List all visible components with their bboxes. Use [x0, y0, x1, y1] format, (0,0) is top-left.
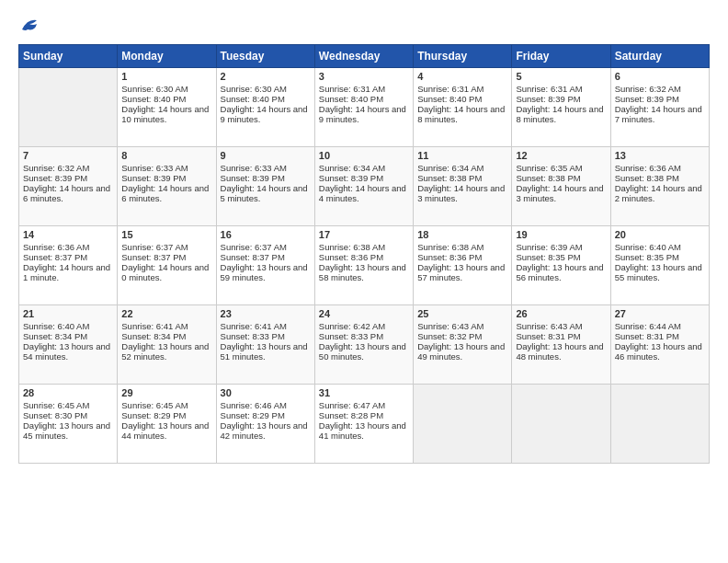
sunset-text: Sunset: 8:33 PM: [319, 331, 409, 341]
daylight-text: Daylight: 14 hours and 0 minutes.: [121, 262, 211, 282]
day-number: 2: [221, 71, 311, 82]
day-header-thursday: Thursday: [414, 45, 512, 68]
sunrise-text: Sunrise: 6:34 AM: [417, 163, 507, 173]
calendar-cell: 12Sunrise: 6:35 AMSunset: 8:38 PMDayligh…: [512, 147, 610, 226]
sunrise-text: Sunrise: 6:41 AM: [121, 321, 211, 331]
sunrise-text: Sunrise: 6:47 AM: [319, 400, 409, 410]
sunset-text: Sunset: 8:32 PM: [417, 331, 507, 341]
day-number: 19: [516, 229, 606, 240]
day-number: 13: [615, 150, 705, 161]
day-number: 14: [23, 229, 113, 240]
sunset-text: Sunset: 8:30 PM: [23, 410, 113, 420]
calendar-cell: 10Sunrise: 6:34 AMSunset: 8:39 PMDayligh…: [314, 147, 413, 226]
sunset-text: Sunset: 8:37 PM: [23, 252, 113, 262]
calendar-cell: 19Sunrise: 6:39 AMSunset: 8:35 PMDayligh…: [512, 226, 610, 305]
calendar-week-row: 28Sunrise: 6:45 AMSunset: 8:30 PMDayligh…: [19, 385, 710, 464]
day-number: 1: [121, 71, 211, 82]
day-number: 29: [121, 387, 211, 398]
sunset-text: Sunset: 8:34 PM: [121, 331, 211, 341]
daylight-text: Daylight: 13 hours and 42 minutes.: [221, 420, 311, 441]
calendar-cell: 6Sunrise: 6:32 AMSunset: 8:39 PMDaylight…: [610, 68, 709, 147]
calendar-cell: 11Sunrise: 6:34 AMSunset: 8:38 PMDayligh…: [414, 147, 512, 226]
daylight-text: Daylight: 13 hours and 46 minutes.: [615, 341, 705, 362]
day-number: 22: [121, 308, 211, 319]
sunset-text: Sunset: 8:38 PM: [615, 173, 705, 183]
calendar-header-row: SundayMondayTuesdayWednesdayThursdayFrid…: [19, 45, 710, 68]
daylight-text: Daylight: 14 hours and 9 minutes.: [319, 104, 409, 124]
daylight-text: Daylight: 14 hours and 7 minutes.: [615, 104, 705, 124]
sunset-text: Sunset: 8:36 PM: [319, 252, 409, 262]
logo-bird-icon: [20, 17, 40, 37]
calendar-cell: 29Sunrise: 6:45 AMSunset: 8:29 PMDayligh…: [118, 385, 216, 464]
calendar-cell: 23Sunrise: 6:41 AMSunset: 8:33 PMDayligh…: [216, 305, 314, 385]
daylight-text: Daylight: 14 hours and 3 minutes.: [417, 183, 507, 203]
calendar-cell: 13Sunrise: 6:36 AMSunset: 8:38 PMDayligh…: [610, 147, 709, 226]
calendar-cell: [610, 385, 709, 464]
day-number: 8: [121, 150, 211, 161]
daylight-text: Daylight: 13 hours and 41 minutes.: [319, 420, 409, 441]
sunset-text: Sunset: 8:39 PM: [516, 94, 606, 104]
calendar-cell: 28Sunrise: 6:45 AMSunset: 8:30 PMDayligh…: [19, 385, 118, 464]
calendar-cell: 30Sunrise: 6:46 AMSunset: 8:29 PMDayligh…: [216, 385, 314, 464]
daylight-text: Daylight: 13 hours and 44 minutes.: [121, 420, 211, 441]
day-number: 10: [319, 150, 409, 161]
sunset-text: Sunset: 8:39 PM: [319, 173, 409, 183]
sunset-text: Sunset: 8:37 PM: [121, 252, 211, 262]
day-number: 5: [516, 71, 606, 82]
calendar: SundayMondayTuesdayWednesdayThursdayFrid…: [18, 44, 710, 554]
calendar-cell: 21Sunrise: 6:40 AMSunset: 8:34 PMDayligh…: [19, 305, 118, 385]
day-number: 12: [516, 150, 606, 161]
day-header-wednesday: Wednesday: [314, 45, 413, 68]
day-number: 28: [23, 387, 113, 398]
sunrise-text: Sunrise: 6:40 AM: [615, 242, 705, 252]
day-number: 6: [615, 71, 705, 82]
sunrise-text: Sunrise: 6:32 AM: [23, 163, 113, 173]
header: [18, 17, 710, 37]
daylight-text: Daylight: 14 hours and 9 minutes.: [221, 104, 311, 124]
sunset-text: Sunset: 8:35 PM: [516, 252, 606, 262]
sunset-text: Sunset: 8:31 PM: [516, 331, 606, 341]
sunrise-text: Sunrise: 6:37 AM: [221, 242, 311, 252]
sunrise-text: Sunrise: 6:38 AM: [319, 242, 409, 252]
sunset-text: Sunset: 8:37 PM: [221, 252, 311, 262]
sunrise-text: Sunrise: 6:45 AM: [121, 400, 211, 410]
calendar-cell: 3Sunrise: 6:31 AMSunset: 8:40 PMDaylight…: [314, 68, 413, 147]
sunrise-text: Sunrise: 6:41 AM: [221, 321, 311, 331]
day-number: 16: [221, 229, 311, 240]
sunrise-text: Sunrise: 6:33 AM: [121, 163, 211, 173]
calendar-cell: 15Sunrise: 6:37 AMSunset: 8:37 PMDayligh…: [118, 226, 216, 305]
sunrise-text: Sunrise: 6:31 AM: [516, 84, 606, 94]
day-number: 23: [221, 308, 311, 319]
day-header-friday: Friday: [512, 45, 610, 68]
daylight-text: Daylight: 13 hours and 49 minutes.: [417, 341, 507, 362]
daylight-text: Daylight: 13 hours and 45 minutes.: [23, 420, 113, 441]
daylight-text: Daylight: 13 hours and 58 minutes.: [319, 262, 409, 282]
sunset-text: Sunset: 8:33 PM: [221, 331, 311, 341]
calendar-cell: 14Sunrise: 6:36 AMSunset: 8:37 PMDayligh…: [19, 226, 118, 305]
sunrise-text: Sunrise: 6:43 AM: [516, 321, 606, 331]
calendar-table: SundayMondayTuesdayWednesdayThursdayFrid…: [18, 44, 710, 464]
day-number: 27: [615, 308, 705, 319]
sunrise-text: Sunrise: 6:40 AM: [23, 321, 113, 331]
sunrise-text: Sunrise: 6:43 AM: [417, 321, 507, 331]
daylight-text: Daylight: 14 hours and 4 minutes.: [319, 183, 409, 203]
day-number: 31: [319, 387, 409, 398]
calendar-cell: [19, 68, 118, 147]
daylight-text: Daylight: 14 hours and 1 minute.: [23, 262, 113, 282]
day-header-saturday: Saturday: [610, 45, 709, 68]
sunset-text: Sunset: 8:28 PM: [319, 410, 409, 420]
calendar-cell: 25Sunrise: 6:43 AMSunset: 8:32 PMDayligh…: [414, 305, 512, 385]
sunrise-text: Sunrise: 6:39 AM: [516, 242, 606, 252]
sunset-text: Sunset: 8:29 PM: [221, 410, 311, 420]
day-number: 7: [23, 150, 113, 161]
daylight-text: Daylight: 14 hours and 6 minutes.: [23, 183, 113, 203]
sunset-text: Sunset: 8:40 PM: [221, 94, 311, 104]
sunrise-text: Sunrise: 6:31 AM: [319, 84, 409, 94]
calendar-cell: 24Sunrise: 6:42 AMSunset: 8:33 PMDayligh…: [314, 305, 413, 385]
sunrise-text: Sunrise: 6:35 AM: [516, 163, 606, 173]
day-number: 11: [417, 150, 507, 161]
sunrise-text: Sunrise: 6:36 AM: [23, 242, 113, 252]
day-number: 26: [516, 308, 606, 319]
calendar-cell: 31Sunrise: 6:47 AMSunset: 8:28 PMDayligh…: [314, 385, 413, 464]
daylight-text: Daylight: 14 hours and 6 minutes.: [121, 183, 211, 203]
